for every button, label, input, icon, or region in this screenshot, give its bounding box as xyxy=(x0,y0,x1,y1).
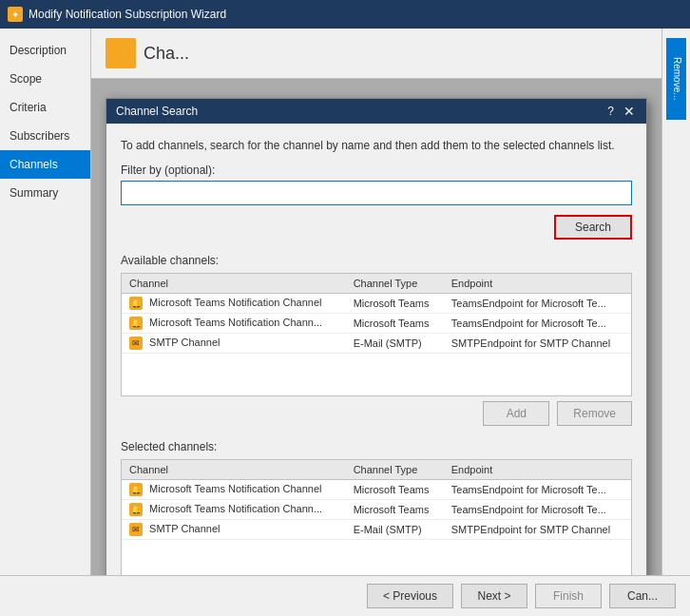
available-col-type: Channel Type xyxy=(346,274,444,294)
previous-button[interactable]: < Previous xyxy=(367,584,453,608)
available-channels-table: Channel Channel Type Endpoint xyxy=(122,274,631,354)
available-col-endpoint: Endpoint xyxy=(444,274,631,294)
channel-search-modal: Channel Search ? ✕ To add channels, sear… xyxy=(105,98,647,575)
channel-icon: 🔔 xyxy=(129,503,143,516)
remove-button[interactable]: Remove... xyxy=(666,38,686,120)
selected-row2-channel: ✉ SMTP Channel xyxy=(122,519,346,539)
modal-title-bar: Channel Search ? ✕ xyxy=(106,99,646,124)
right-panel: Remove... xyxy=(661,29,690,575)
search-button[interactable]: Search xyxy=(554,215,632,240)
sidebar: Description Scope Criteria Subscribers C… xyxy=(0,29,91,575)
available-row1-channel: 🔔 Microsoft Teams Notification Chann... xyxy=(122,313,346,333)
selected-row2-endpoint: SMTPEndpoint for SMTP Channel xyxy=(444,519,631,539)
page-body: Channel Search ? ✕ To add channels, sear… xyxy=(91,79,661,575)
selected-col-channel: Channel xyxy=(122,460,346,480)
available-row0-endpoint: TeamsEndpoint for Microsoft Te... xyxy=(444,293,631,313)
app-window: ✦ Modify Notification Subscription Wizar… xyxy=(0,0,690,616)
available-row2-channel: ✉ SMTP Channel xyxy=(122,333,346,353)
selected-row1-type: Microsoft Teams xyxy=(346,499,444,519)
selected-channels-label: Selected channels: xyxy=(121,440,632,453)
available-row1-type: Microsoft Teams xyxy=(346,313,444,333)
available-channels-label: Available channels: xyxy=(121,254,632,267)
available-row1-endpoint: TeamsEndpoint for Microsoft Te... xyxy=(444,313,631,333)
channel-icon: ✉ xyxy=(129,337,143,350)
search-row: Search xyxy=(121,215,632,240)
table-row[interactable]: ✉ SMTP Channel E-Mail (SMTP) SMTPEndpoin… xyxy=(122,519,631,539)
bottom-cancel-button[interactable]: Can... xyxy=(609,584,676,608)
page-area: Cha... Channel Search ? ✕ xyxy=(91,29,661,575)
app-title: Modify Notification Subscription Wizard xyxy=(29,8,226,21)
modal-body: To add channels, search for the channel … xyxy=(106,124,646,575)
sidebar-item-criteria[interactable]: Criteria xyxy=(0,93,90,122)
selected-channels-table-container[interactable]: Channel Channel Type Endpoint xyxy=(121,459,632,575)
channel-icon: 🔔 xyxy=(129,483,143,496)
available-row0-channel: 🔔 Microsoft Teams Notification Channel xyxy=(122,293,346,313)
page-title: Cha... xyxy=(144,44,189,64)
bottom-nav: < Previous Next > Finish Can... xyxy=(0,575,690,616)
add-button[interactable]: Add xyxy=(483,401,549,426)
available-table-header-row: Channel Channel Type Endpoint xyxy=(122,274,631,294)
selected-channels-section: Selected channels: Channel Channel Type … xyxy=(121,440,632,575)
sidebar-item-summary[interactable]: Summary xyxy=(0,179,90,207)
modal-close-button[interactable]: ✕ xyxy=(622,105,637,118)
selected-channels-table: Channel Channel Type Endpoint xyxy=(122,460,631,540)
filter-section: Filter by (optional): xyxy=(121,164,632,205)
selected-col-type: Channel Type xyxy=(346,460,444,480)
selected-row1-endpoint: TeamsEndpoint for Microsoft Te... xyxy=(444,499,631,519)
table-row[interactable]: 🔔 Microsoft Teams Notification Channel M… xyxy=(122,479,631,499)
filter-label: Filter by (optional): xyxy=(121,164,632,177)
app-icon: ✦ xyxy=(8,7,23,22)
finish-button[interactable]: Finish xyxy=(535,584,602,608)
selected-table-header-row: Channel Channel Type Endpoint xyxy=(122,460,631,480)
sidebar-item-subscribers[interactable]: Subscribers xyxy=(0,122,90,150)
modal-title: Channel Search xyxy=(116,105,198,118)
channel-icon: ✉ xyxy=(129,523,143,536)
table-row[interactable]: 🔔 Microsoft Teams Notification Channel M… xyxy=(122,293,631,313)
modal-instruction: To add channels, search for the channel … xyxy=(121,138,632,154)
available-row0-type: Microsoft Teams xyxy=(346,293,444,313)
sidebar-item-scope[interactable]: Scope xyxy=(0,65,90,93)
modal-title-actions: ? ✕ xyxy=(607,105,637,118)
selected-row2-type: E-Mail (SMTP) xyxy=(346,519,444,539)
table-row[interactable]: ✉ SMTP Channel E-Mail (SMTP) SMTPEndpoin… xyxy=(122,333,631,353)
selected-row0-type: Microsoft Teams xyxy=(346,479,444,499)
next-button[interactable]: Next > xyxy=(461,584,527,608)
selected-row1-channel: 🔔 Microsoft Teams Notification Chann... xyxy=(122,499,346,519)
available-row2-endpoint: SMTPEndpoint for SMTP Channel xyxy=(444,333,631,353)
filter-input[interactable] xyxy=(121,181,632,205)
table-row[interactable]: 🔔 Microsoft Teams Notification Chann... … xyxy=(122,499,631,519)
modal-overlay: Channel Search ? ✕ To add channels, sear… xyxy=(91,79,661,575)
available-channels-table-container[interactable]: Channel Channel Type Endpoint xyxy=(121,273,632,396)
main-content: Description Scope Criteria Subscribers C… xyxy=(0,29,690,575)
remove-from-available-button[interactable]: Remove xyxy=(557,401,632,426)
available-table-actions: Add Remove xyxy=(121,401,632,426)
available-row2-type: E-Mail (SMTP) xyxy=(346,333,444,353)
modal-help-button[interactable]: ? xyxy=(607,105,614,118)
selected-row0-endpoint: TeamsEndpoint for Microsoft Te... xyxy=(444,479,631,499)
page-icon xyxy=(105,38,136,68)
channel-icon: 🔔 xyxy=(129,297,143,310)
page-header: Cha... xyxy=(91,29,661,79)
selected-col-endpoint: Endpoint xyxy=(444,460,631,480)
channel-icon: 🔔 xyxy=(129,317,143,330)
table-row[interactable]: 🔔 Microsoft Teams Notification Chann... … xyxy=(122,313,631,333)
title-bar: ✦ Modify Notification Subscription Wizar… xyxy=(0,0,690,29)
sidebar-item-description[interactable]: Description xyxy=(0,36,90,65)
available-channels-section: Available channels: Channel Channel Type… xyxy=(121,254,632,426)
selected-row0-channel: 🔔 Microsoft Teams Notification Channel xyxy=(122,479,346,499)
sidebar-item-channels[interactable]: Channels xyxy=(0,150,90,179)
available-col-channel: Channel xyxy=(122,274,346,294)
